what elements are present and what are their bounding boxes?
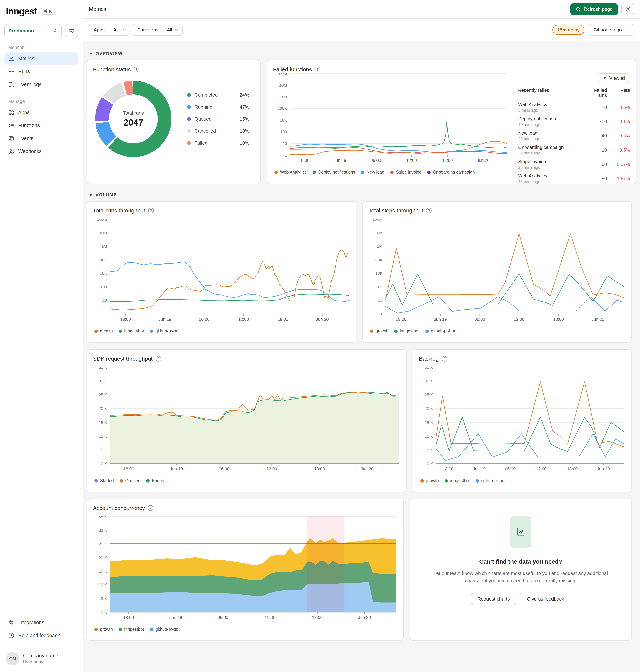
svg-text:12:00: 12:00 bbox=[238, 317, 249, 322]
svg-text:06:00: 06:00 bbox=[218, 615, 228, 620]
total-runs-legend: growthinngestbotgithub-pr-bot bbox=[93, 329, 350, 333]
chart-placeholder-icon bbox=[510, 516, 532, 548]
feedback-body: Let our team know which charts are most … bbox=[432, 570, 610, 585]
chevron-down-icon bbox=[174, 28, 178, 32]
legend-item: Deploy notifications bbox=[312, 170, 355, 175]
environment-selector[interactable]: Production bbox=[4, 24, 62, 38]
legend-item: Started bbox=[94, 478, 114, 483]
legend-item: growth bbox=[94, 329, 113, 333]
sidebar-item-webhooks[interactable]: Webhooks bbox=[4, 145, 78, 157]
arrow-up-right-icon bbox=[602, 76, 607, 81]
legend-item: Running47% bbox=[187, 104, 249, 110]
svg-text:30 K: 30 K bbox=[99, 379, 107, 383]
legend-item: github-pr-bot bbox=[150, 627, 179, 632]
apps-grid-icon bbox=[8, 109, 14, 116]
collapse-caret-icon bbox=[89, 53, 92, 55]
volume-section-header[interactable]: VOLUME bbox=[89, 192, 634, 198]
functions-icon bbox=[8, 122, 14, 129]
svg-text:10K: 10K bbox=[100, 271, 107, 276]
svg-text:5 K: 5 K bbox=[427, 448, 433, 452]
sidebar-item-functions[interactable]: Functions bbox=[4, 119, 78, 131]
backlog-card: Backlog? 35 K30 K25 K20 K15 K10 K5 K0 K1… bbox=[412, 349, 632, 492]
sidebar-item-apps[interactable]: Apps bbox=[4, 106, 78, 118]
svg-text:30 K: 30 K bbox=[425, 379, 433, 383]
inngest-logo: inngest bbox=[6, 6, 37, 17]
svg-text:06:00: 06:00 bbox=[199, 317, 209, 322]
legend-item: Cancelled10% bbox=[187, 128, 249, 134]
svg-text:18:00: 18:00 bbox=[312, 615, 323, 620]
svg-text:12:00: 12:00 bbox=[536, 467, 547, 471]
legend-item: Ended bbox=[146, 478, 164, 483]
table-row[interactable]: Web Analytics5 mins ago100.5% bbox=[518, 100, 630, 114]
table-row[interactable]: Onboarding campaign22 mins ago100.5% bbox=[518, 143, 630, 157]
svg-text:100K: 100K bbox=[98, 258, 107, 262]
svg-text:20 K: 20 K bbox=[99, 406, 107, 411]
legend-item: Web Analytics bbox=[274, 170, 307, 175]
svg-text:30 K: 30 K bbox=[99, 528, 107, 533]
help-icon[interactable]: ? bbox=[442, 356, 447, 361]
help-icon[interactable]: ? bbox=[426, 208, 432, 213]
chevron-down-icon bbox=[121, 28, 125, 32]
svg-text:Jun 20: Jun 20 bbox=[592, 317, 604, 322]
filter-bar: Apps All Functions All 15m delay 24 hour… bbox=[83, 18, 640, 42]
svg-text:Jun 19: Jun 19 bbox=[159, 317, 171, 322]
svg-text:10M: 10M bbox=[375, 231, 382, 235]
legend-item: inngestbot bbox=[394, 329, 419, 333]
backlog-chart: 35 K30 K25 K20 K15 K10 K5 K0 K18:00Jun 1… bbox=[419, 367, 626, 474]
help-icon[interactable]: ? bbox=[133, 67, 139, 72]
sidebar-item-events[interactable]: Events bbox=[4, 132, 78, 144]
legend-item: github-pr-bot bbox=[150, 329, 179, 333]
request-charts-button[interactable]: Request charts bbox=[471, 593, 516, 605]
svg-text:18:00: 18:00 bbox=[123, 615, 134, 620]
svg-text:5 K: 5 K bbox=[101, 448, 107, 452]
table-row[interactable]: Deploy notification10 mins ago7000.1% bbox=[518, 114, 630, 129]
sliders-icon bbox=[68, 28, 75, 34]
help-icon[interactable]: ? bbox=[156, 356, 161, 361]
functions-filter[interactable]: Functions All bbox=[133, 24, 183, 36]
svg-text:06:00: 06:00 bbox=[505, 467, 516, 471]
account-menu[interactable]: CN Company name User name bbox=[4, 647, 78, 666]
svg-text:100K: 100K bbox=[373, 258, 383, 262]
table-row[interactable]: Stripe invoice25 mins ago600.07% bbox=[518, 157, 630, 172]
table-row[interactable]: Web Analytics35 mins ago501.67% bbox=[518, 172, 630, 184]
table-row[interactable]: New lead20 mins ago400.3% bbox=[518, 129, 630, 143]
refresh-page-button[interactable]: Refresh page bbox=[570, 3, 618, 15]
time-range-selector[interactable]: 24 hours ago bbox=[589, 24, 634, 36]
svg-text:Jun 20: Jun 20 bbox=[316, 317, 329, 322]
command-k-shortcut[interactable]: ⌘ K bbox=[41, 8, 55, 15]
backlog-legend: growthinngestbotgithub-pr-bot bbox=[419, 478, 626, 483]
view-all-button[interactable]: View all bbox=[598, 73, 630, 83]
give-feedback-button[interactable]: Give us feedback bbox=[521, 593, 570, 605]
sidebar-item-metrics[interactable]: Metrics bbox=[4, 53, 78, 65]
help-icon[interactable]: ? bbox=[148, 505, 153, 511]
failed-functions-chart: 100M10M1M100K10K10010118:00Jun 1906:0012… bbox=[273, 73, 513, 166]
help-icon[interactable]: ? bbox=[315, 67, 320, 72]
svg-text:18:00: 18:00 bbox=[443, 467, 453, 471]
svg-text:5 K: 5 K bbox=[101, 596, 107, 601]
settings-button[interactable] bbox=[622, 3, 634, 15]
svg-text:Jun 19: Jun 19 bbox=[473, 467, 485, 471]
legend-item: github-pr-bot bbox=[476, 478, 505, 483]
account-concurrency-legend: growthinngestbotgithub-pr-bot bbox=[93, 627, 397, 632]
overview-section-header[interactable]: OVERVIEW bbox=[89, 51, 634, 56]
sidebar-item-integrations[interactable]: Integrations bbox=[4, 616, 78, 629]
sidebar-item-help-feedback[interactable]: Help and feedback bbox=[4, 629, 78, 642]
sidebar-item-runs[interactable]: Runs bbox=[4, 66, 78, 77]
sidebar-item-event-logs[interactable]: Event logs bbox=[4, 78, 78, 90]
updown-chevron-icon bbox=[53, 28, 58, 33]
avatar: CN bbox=[6, 652, 19, 665]
svg-text:18:00: 18:00 bbox=[314, 467, 325, 471]
svg-text:10: 10 bbox=[103, 298, 107, 303]
svg-text:100: 100 bbox=[280, 129, 287, 134]
svg-text:12:00: 12:00 bbox=[265, 615, 276, 620]
svg-text:Jun 20: Jun 20 bbox=[361, 467, 374, 471]
apps-filter[interactable]: Apps All bbox=[89, 24, 129, 36]
total-steps-throughput-card: Total steps throughput? 100M10M1M100K10K… bbox=[362, 201, 632, 343]
svg-text:0 K: 0 K bbox=[101, 461, 107, 466]
env-filter-button[interactable] bbox=[65, 24, 78, 38]
help-icon[interactable]: ? bbox=[148, 208, 154, 213]
feedback-title: Can’t find the data you need? bbox=[479, 558, 562, 565]
legend-item: growth bbox=[420, 478, 439, 483]
plug-icon bbox=[8, 619, 14, 626]
svg-text:12:00: 12:00 bbox=[266, 467, 277, 471]
